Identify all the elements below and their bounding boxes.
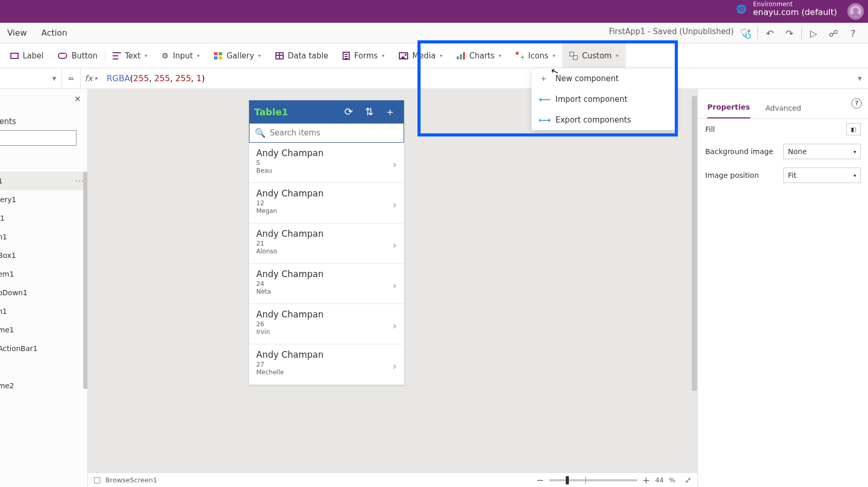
item-sub2: Mechelle xyxy=(256,369,397,376)
insert-ribbon: Label Button Text▾ ⚙Input▾ Gallery▾ Data… xyxy=(0,43,868,68)
environment-block: 🌐 Environment enayu.com (default) xyxy=(736,1,837,17)
properties-panel: Properties Advanced ? Fill ◧ Background … xyxy=(698,89,868,487)
screen-icon xyxy=(94,477,100,483)
status-bar: BrowseScreen1 − + 44 % ⤢ xyxy=(88,473,698,487)
imgpos-dropdown[interactable]: Fit▾ xyxy=(783,168,861,183)
formula-expand-icon[interactable]: ▾ xyxy=(858,73,862,83)
list-item[interactable]: Andy Champan24Neta› xyxy=(249,264,404,304)
app-header: Table1 ⟳ ⇅ ＋ xyxy=(249,100,404,123)
zoom-slider[interactable] xyxy=(549,479,637,481)
ribbon-custom[interactable]: Custom▾ xyxy=(562,43,626,68)
menu-import-component[interactable]: ⟵Import component xyxy=(532,89,676,110)
item-name: Andy Champan xyxy=(256,148,397,158)
tree-item[interactable]: me1 xyxy=(0,321,88,339)
ribbon-media[interactable]: Media▾ xyxy=(392,43,450,68)
tree-item[interactable]: oDown1 xyxy=(0,283,88,302)
tab-properties[interactable]: Properties xyxy=(707,103,750,118)
canvas-scrollbar[interactable] xyxy=(691,89,698,473)
color-picker-icon: ◧ xyxy=(851,126,856,133)
chevron-right-icon: › xyxy=(393,199,397,211)
ribbon-text[interactable]: Text▾ xyxy=(105,43,154,68)
close-icon[interactable]: ✕ xyxy=(74,94,81,104)
tree-search-input[interactable] xyxy=(0,130,76,146)
list-item[interactable]: Andy Champan26Irvin› xyxy=(249,304,404,344)
sort-icon[interactable]: ⇅ xyxy=(361,105,378,118)
ribbon-label[interactable]: Label xyxy=(3,43,51,68)
ribbon-forms[interactable]: Forms▾ xyxy=(335,43,392,68)
chevron-down-icon: ▾ xyxy=(258,53,261,58)
list-item[interactable]: Andy Champan21Alonso› xyxy=(249,223,404,264)
icons-icon xyxy=(516,52,524,60)
tree-item[interactable]: n1 xyxy=(0,227,88,246)
menu-action[interactable]: Action xyxy=(41,28,67,38)
form-icon xyxy=(343,52,350,60)
tree-item[interactable]: Box1 xyxy=(0,246,88,265)
play-icon[interactable]: ▷ xyxy=(804,23,824,43)
screen-name: BrowseScreen1 xyxy=(105,476,157,484)
share-icon[interactable]: ☍ xyxy=(824,23,843,43)
ribbon-data-table[interactable]: Data table xyxy=(268,43,336,68)
chevron-down-icon: ▾ xyxy=(145,53,147,58)
add-icon[interactable]: ＋ xyxy=(381,105,399,119)
fx-button[interactable]: fx▾ xyxy=(81,73,101,83)
tree-view-panel: ✕ onents 1···lery1l1n1Box1em1oDown1h1me1… xyxy=(0,89,88,487)
search-input[interactable] xyxy=(270,128,398,138)
item-name: Andy Champan xyxy=(256,349,397,360)
list-item[interactable]: Andy Champan27Mechelle› xyxy=(249,344,404,385)
ribbon-input[interactable]: ⚙Input▾ xyxy=(154,43,207,68)
ribbon-charts[interactable]: Charts▾ xyxy=(450,43,508,68)
ribbon-button[interactable]: Button xyxy=(51,43,104,68)
menu-bar: View Action FirstApp1 - Saved (Unpublish… xyxy=(0,23,868,43)
tree-item[interactable]: 1··· xyxy=(0,172,88,190)
canvas[interactable]: Table1 ⟳ ⇅ ＋ 🔍 Andy Champan5Beau›Andy Ch… xyxy=(88,89,698,487)
ribbon-icons[interactable]: Icons▾ xyxy=(508,43,562,68)
chevron-down-icon: ▾ xyxy=(854,173,856,178)
chart-icon xyxy=(457,52,465,59)
property-selector[interactable]: ▾ xyxy=(0,68,62,88)
tree-item[interactable]: em1 xyxy=(0,265,88,283)
panel-help-icon[interactable]: ? xyxy=(851,98,862,109)
item-sub2: Alonso xyxy=(256,248,397,255)
ribbon-gallery[interactable]: Gallery▾ xyxy=(207,43,268,68)
tree-item[interactable]: h1 xyxy=(0,302,88,321)
fill-color-swatch[interactable]: ◧ xyxy=(846,123,861,135)
chevron-right-icon: › xyxy=(393,158,397,171)
tree-item[interactable] xyxy=(0,358,88,376)
tab-advanced[interactable]: Advanced xyxy=(766,104,801,118)
chevron-down-icon: ▾ xyxy=(382,53,384,58)
tree-item[interactable]: ActionBar1 xyxy=(0,339,88,358)
item-name: Andy Champan xyxy=(256,269,397,279)
list-item[interactable]: Andy Champan12Megan› xyxy=(249,183,404,223)
scrollbar-thumb[interactable] xyxy=(83,172,87,389)
fit-to-window-icon[interactable]: ⤢ xyxy=(685,475,691,485)
menu-export-components[interactable]: ⟼Export components xyxy=(532,110,676,130)
undo-icon[interactable]: ↶ xyxy=(760,23,780,43)
globe-icon: 🌐 xyxy=(736,4,747,14)
app-status: FirstApp1 - Saved (Unpublished) xyxy=(609,27,734,36)
tree-item[interactable]: lery1 xyxy=(0,190,88,209)
bgimage-dropdown[interactable]: None▾ xyxy=(783,144,861,159)
tree-item[interactable]: me2 xyxy=(0,376,88,395)
zoom-out-icon[interactable]: − xyxy=(536,475,544,485)
menu-view[interactable]: View xyxy=(7,28,27,38)
user-avatar[interactable] xyxy=(847,3,864,20)
item-sub2: Megan xyxy=(256,207,397,215)
input-icon: ⚙ xyxy=(162,51,168,60)
chevron-right-icon: › xyxy=(393,360,397,372)
item-sub1: 27 xyxy=(256,361,397,368)
search-row: 🔍 xyxy=(249,123,404,143)
app-checker-icon[interactable]: 🩺 xyxy=(736,23,755,43)
item-sub1: 12 xyxy=(256,200,397,207)
equals-sign: = xyxy=(62,68,81,88)
redo-icon[interactable]: ↷ xyxy=(780,23,799,43)
help-icon[interactable]: ? xyxy=(843,23,863,43)
media-icon xyxy=(399,52,408,59)
tree-item[interactable]: l1 xyxy=(0,209,88,227)
zoom-in-icon[interactable]: + xyxy=(642,475,650,485)
chevron-down-icon: ▾ xyxy=(552,53,555,58)
formula-input[interactable]: RGBA(255, 255, 255, 1) xyxy=(101,73,205,83)
prop-fill-label: Fill xyxy=(705,125,846,133)
menu-new-component[interactable]: ＋New component xyxy=(532,68,676,89)
refresh-icon[interactable]: ⟳ xyxy=(340,105,358,118)
list-item[interactable]: Andy Champan5Beau› xyxy=(249,143,404,183)
